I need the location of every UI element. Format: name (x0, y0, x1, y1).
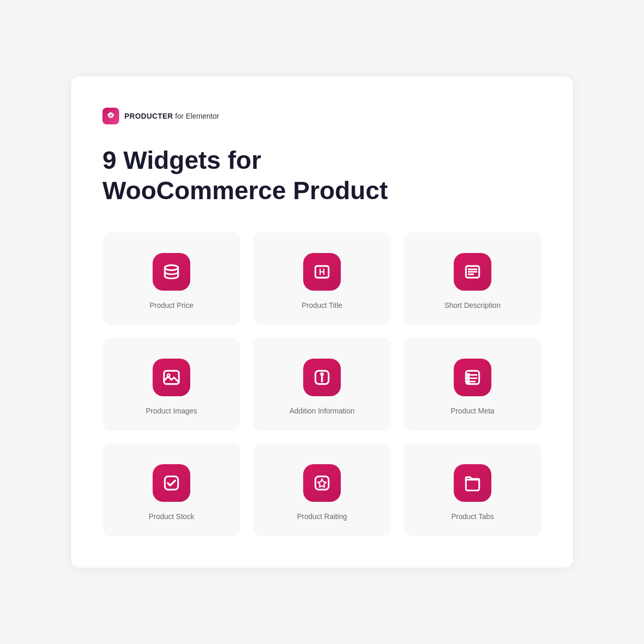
page-title: 9 Widgets for WooCommerce Product (102, 145, 542, 205)
widget-card-product-title[interactable]: H Product Title (253, 232, 391, 325)
svg-point-0 (165, 265, 178, 270)
product-images-icon (153, 359, 190, 396)
product-tabs-label: Product Tabs (451, 512, 493, 521)
widget-card-short-description[interactable]: Short Description (404, 232, 542, 325)
svg-point-11 (321, 373, 323, 375)
product-stock-label: Product Stock (148, 512, 194, 521)
product-price-label: Product Price (150, 301, 193, 309)
widget-card-product-images[interactable]: Product Images (102, 338, 240, 431)
widget-card-product-stock[interactable]: Product Stock (102, 443, 240, 536)
widget-card-product-raiting[interactable]: Product Raiting (253, 443, 391, 536)
addition-information-label: Addition Information (290, 407, 355, 415)
product-tabs-icon (454, 464, 491, 502)
svg-point-18 (467, 381, 469, 383)
widget-card-product-meta[interactable]: Product Meta (404, 338, 542, 431)
widget-card-addition-information[interactable]: Addition Information (253, 338, 391, 431)
brand-header: PRODUCTER for Elementor (102, 108, 542, 124)
addition-information-icon (303, 359, 341, 396)
product-price-icon (153, 253, 190, 291)
product-images-label: Product Images (146, 407, 197, 415)
svg-text:H: H (319, 268, 325, 277)
product-title-icon: H (303, 253, 341, 291)
page-container: PRODUCTER for Elementor 9 Widgets for Wo… (71, 76, 573, 567)
product-meta-icon (454, 359, 491, 396)
product-raiting-label: Product Raiting (297, 512, 347, 521)
short-description-icon (454, 253, 491, 291)
product-raiting-icon (303, 464, 341, 502)
svg-point-17 (467, 377, 469, 379)
product-meta-label: Product Meta (451, 407, 494, 415)
product-title-label: Product Title (302, 301, 342, 309)
widgets-grid: Product Price H Product Title (102, 232, 542, 536)
widget-card-product-tabs[interactable]: Product Tabs (404, 443, 542, 536)
product-stock-icon (153, 464, 190, 502)
brand-logo (102, 108, 119, 124)
widget-card-product-price[interactable]: Product Price (102, 232, 240, 325)
short-description-label: Short Description (444, 301, 500, 309)
svg-point-16 (467, 374, 469, 376)
brand-name: PRODUCTER for Elementor (124, 112, 219, 120)
